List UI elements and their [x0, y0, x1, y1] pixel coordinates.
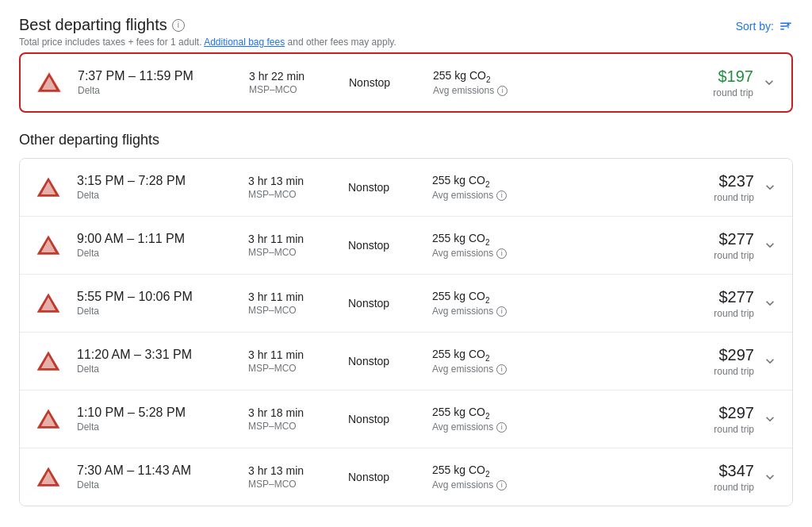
- flight-duration-container-1: 3 hr 11 min MSP–MCO: [248, 233, 335, 258]
- flight-stops-3: Nonstop: [348, 355, 419, 367]
- airline-logo-1: [33, 229, 64, 261]
- best-flight-stops: Nonstop: [349, 76, 420, 89]
- flight-round-trip-5: round trip: [714, 482, 754, 493]
- flight-expand-chevron-2[interactable]: [760, 294, 779, 313]
- airline-logo-2: [33, 287, 64, 319]
- emissions-info-icon-2[interactable]: i: [496, 306, 507, 317]
- airline-logo-3: [33, 345, 64, 377]
- flight-duration-container-2: 3 hr 11 min MSP–MCO: [248, 290, 335, 316]
- flight-times-5: 7:30 AM – 11:43 AM: [77, 464, 236, 478]
- emissions-info-icon[interactable]: i: [497, 86, 508, 96]
- flight-duration-2: 3 hr 11 min: [248, 290, 335, 303]
- subtitle: Total price includes taxes + fees for 1 …: [19, 37, 396, 48]
- flight-expand-chevron-3[interactable]: [760, 352, 779, 371]
- page-title: Best departing flights i: [19, 16, 396, 34]
- flight-times-4: 1:10 PM – 5:28 PM: [77, 406, 236, 420]
- flight-stops-0: Nonstop: [348, 181, 419, 194]
- flight-avg-emissions-1: Avg emissions i: [432, 248, 559, 259]
- delta-icon: [34, 231, 63, 260]
- delta-icon: [34, 463, 63, 491]
- flight-stops-5: Nonstop: [348, 471, 419, 483]
- flight-route-3: MSP–MCO: [248, 363, 335, 374]
- airline-logo-5: [33, 461, 64, 493]
- flight-times-3: 11:20 AM – 3:31 PM: [77, 348, 236, 362]
- page-title-text: Best departing flights: [19, 16, 167, 34]
- flight-co2-2: 255 kg CO2: [432, 290, 559, 305]
- flight-times-2: 5:55 PM – 10:06 PM: [77, 290, 236, 304]
- flight-expand-chevron-5[interactable]: [760, 467, 779, 487]
- flight-price-col-1: $277 round trip: [572, 230, 779, 261]
- emissions-info-icon-4[interactable]: i: [496, 422, 507, 433]
- flight-co2-4: 255 kg CO2: [432, 406, 559, 421]
- emissions-info-icon-3[interactable]: i: [496, 364, 507, 375]
- flight-row[interactable]: 9:00 AM – 1:11 PM Delta 3 hr 11 min MSP–…: [20, 217, 792, 275]
- flight-price-col-3: $297 round trip: [572, 346, 779, 377]
- other-flights-list: 3:15 PM – 7:28 PM Delta 3 hr 13 min MSP–…: [19, 158, 793, 506]
- flight-co2-0: 255 kg CO2: [432, 174, 559, 189]
- flight-airline-3: Delta: [77, 364, 236, 375]
- subtitle-text: Total price includes taxes + fees for 1 …: [19, 37, 201, 48]
- info-icon[interactable]: i: [172, 19, 185, 32]
- best-flight-expand-chevron[interactable]: [760, 73, 779, 92]
- flight-co2-3: 255 kg CO2: [432, 348, 559, 363]
- best-flight-round-trip: round trip: [713, 87, 753, 98]
- flight-stops-2: Nonstop: [348, 297, 419, 310]
- flight-times-1: 9:00 AM – 1:11 PM: [77, 232, 236, 246]
- emissions-info-icon-0[interactable]: i: [496, 190, 507, 201]
- emissions-info-icon-1[interactable]: i: [496, 248, 507, 259]
- flight-avg-emissions-0: Avg emissions i: [432, 190, 559, 201]
- flight-expand-chevron-4[interactable]: [760, 410, 779, 429]
- bag-fees-link[interactable]: Additional bag fees: [204, 37, 285, 48]
- subtitle-suffix: and other fees may apply.: [288, 37, 396, 48]
- flight-round-trip-3: round trip: [714, 366, 754, 377]
- flight-avg-emissions-5: Avg emissions i: [432, 479, 559, 490]
- flight-duration-0: 3 hr 13 min: [248, 175, 335, 187]
- best-flight-card[interactable]: 7:37 PM – 11:59 PM Delta 3 hr 22 min MSP…: [19, 52, 793, 113]
- sort-by-control[interactable]: Sort by:: [736, 19, 793, 33]
- flight-emissions-4: 255 kg CO2 Avg emissions i: [432, 406, 559, 433]
- sort-icon: [779, 19, 793, 33]
- flight-avg-emissions-2: Avg emissions i: [432, 306, 559, 317]
- flight-airline-4: Delta: [77, 421, 236, 433]
- flight-expand-chevron-0[interactable]: [760, 178, 779, 197]
- flight-price-col-5: $347 round trip: [572, 462, 779, 493]
- best-flight-airline: Delta: [78, 85, 236, 96]
- flight-route-0: MSP–MCO: [248, 189, 335, 200]
- flight-emissions-5: 255 kg CO2 Avg emissions i: [432, 464, 559, 491]
- flight-price-4: $297: [714, 404, 754, 422]
- flight-duration-1: 3 hr 11 min: [248, 233, 335, 245]
- flight-times-container-0: 3:15 PM – 7:28 PM Delta: [77, 174, 236, 201]
- flight-round-trip-4: round trip: [714, 424, 754, 435]
- flight-co2-5: 255 kg CO2: [432, 464, 559, 479]
- flight-expand-chevron-1[interactable]: [760, 236, 779, 255]
- flight-airline-5: Delta: [77, 479, 236, 490]
- flight-duration-container-3: 3 hr 11 min MSP–MCO: [248, 348, 335, 374]
- flight-row[interactable]: 11:20 AM – 3:31 PM Delta 3 hr 11 min MSP…: [20, 333, 792, 390]
- flight-price-5: $347: [714, 462, 754, 480]
- flight-price-3: $297: [714, 346, 754, 364]
- flight-avg-emissions-4: Avg emissions i: [432, 421, 559, 433]
- flight-route-4: MSP–MCO: [248, 421, 335, 432]
- other-flights-title: Other departing flights: [19, 132, 793, 148]
- flight-times-container-3: 11:20 AM – 3:31 PM Delta: [77, 348, 236, 375]
- flight-price-0: $237: [714, 172, 754, 190]
- best-flight-emissions: 255 kg CO2 Avg emissions i: [433, 69, 560, 97]
- page-header: Best departing flights i Total price inc…: [19, 16, 793, 48]
- flight-airline-2: Delta: [77, 306, 236, 317]
- flight-stops-4: Nonstop: [348, 413, 419, 425]
- flight-row[interactable]: 1:10 PM – 5:28 PM Delta 3 hr 18 min MSP–…: [20, 390, 792, 448]
- flight-airline-1: Delta: [77, 248, 236, 259]
- flight-row[interactable]: 3:15 PM – 7:28 PM Delta 3 hr 13 min MSP–…: [20, 159, 792, 217]
- flight-stops-1: Nonstop: [348, 239, 419, 252]
- flight-duration-4: 3 hr 18 min: [248, 406, 335, 419]
- best-flight-price-col: $197 round trip: [573, 67, 779, 98]
- flight-row[interactable]: 5:55 PM – 10:06 PM Delta 3 hr 11 min MSP…: [20, 275, 792, 333]
- emissions-info-icon-5[interactable]: i: [496, 480, 507, 490]
- flight-price-2: $277: [714, 288, 754, 306]
- flight-price-col-4: $297 round trip: [572, 404, 779, 435]
- flight-price-info-4: $297 round trip: [714, 404, 754, 435]
- delta-icon: [35, 68, 63, 97]
- delta-icon: [34, 347, 63, 375]
- flight-row[interactable]: 7:30 AM – 11:43 AM Delta 3 hr 13 min MSP…: [20, 448, 792, 506]
- flight-duration-5: 3 hr 13 min: [248, 464, 335, 477]
